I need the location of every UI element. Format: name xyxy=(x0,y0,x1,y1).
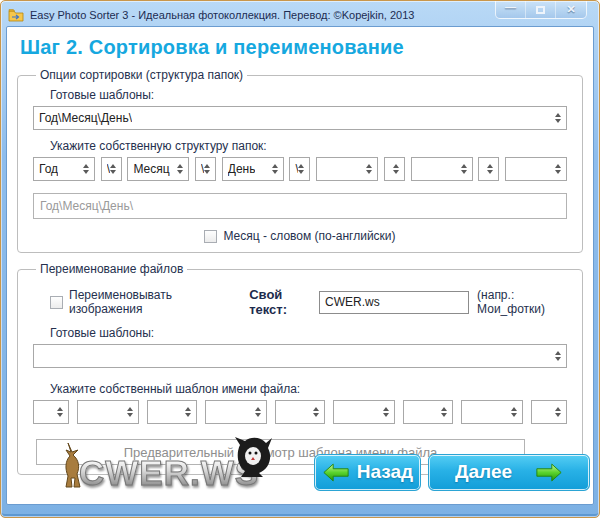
sorting-presets-select[interactable]: Год\Месяц\День\ xyxy=(33,106,567,130)
folder-structure-combo[interactable] xyxy=(478,157,499,181)
filename-pattern-combo[interactable] xyxy=(77,400,139,424)
back-button[interactable]: Назад xyxy=(314,454,421,491)
window-title: Easy Photo Sorter 3 - Идеальная фотоколл… xyxy=(30,9,489,21)
folder-structure-combo[interactable] xyxy=(411,157,473,181)
own-text-input[interactable] xyxy=(319,291,469,314)
month-word-option: Месяц - словом (по-английски) xyxy=(33,229,567,243)
month-word-label: Месяц - словом (по-английски) xyxy=(223,229,395,243)
updown-arrows-icon xyxy=(83,164,89,174)
folder-structure-combo[interactable] xyxy=(316,157,378,181)
filename-pattern-combo[interactable] xyxy=(275,400,325,424)
rename-custom-label: Укажите собственный шаблон имени файла: xyxy=(50,382,567,396)
sorting-presets-label: Готовые шаблоны: xyxy=(50,88,567,102)
next-button[interactable]: Далее xyxy=(428,454,590,491)
nav-buttons: Назад Далее xyxy=(314,454,590,491)
folder-structure-combo[interactable]: \ xyxy=(101,157,122,181)
updown-arrows-icon xyxy=(127,407,133,417)
logo-text: CWER.WS xyxy=(79,455,259,490)
own-text-hint: (напр.: Мои_фотки) xyxy=(477,288,567,316)
cat-mascot-icon xyxy=(233,435,273,477)
updown-arrows-icon xyxy=(255,407,261,417)
updown-arrows-icon xyxy=(393,164,399,174)
sorting-custom-label: Укажите собственную структуру папок: xyxy=(50,139,567,153)
updown-arrows-icon xyxy=(555,164,561,174)
folder-structure-combo[interactable] xyxy=(505,157,567,181)
back-button-label: Назад xyxy=(357,461,413,483)
updown-arrows-icon xyxy=(298,164,304,174)
next-arrow-icon xyxy=(535,462,563,483)
updown-arrows-icon xyxy=(555,113,561,123)
minimize-button[interactable]: — xyxy=(496,1,526,18)
updown-arrows-icon xyxy=(366,164,372,174)
back-arrow-icon xyxy=(322,462,350,483)
updown-arrows-icon xyxy=(204,164,210,174)
updown-arrows-icon xyxy=(441,407,447,417)
footer: CWER.WS Назад xyxy=(7,448,593,504)
filename-pattern-combo[interactable] xyxy=(531,400,567,424)
updown-arrows-icon xyxy=(461,164,467,174)
filename-pattern-combo[interactable] xyxy=(205,400,267,424)
folder-structure-combo[interactable]: \ xyxy=(195,157,216,181)
app-icon xyxy=(8,8,24,22)
filename-pattern-combo[interactable] xyxy=(333,400,395,424)
sorting-group-legend: Опции сортировки (структура папок) xyxy=(36,68,247,82)
minimize-icon: — xyxy=(505,1,516,13)
folder-structure-combo[interactable]: Месяц xyxy=(127,157,189,181)
updown-arrows-icon xyxy=(313,407,319,417)
folder-structure-combo[interactable]: Год xyxy=(33,157,95,181)
cwer-logo: CWER.WS xyxy=(61,455,259,490)
rename-group-legend: Переименование файлов xyxy=(36,262,187,276)
filename-pattern-combo[interactable] xyxy=(33,400,69,424)
updown-arrows-icon xyxy=(185,407,191,417)
window-controls: — ✕ xyxy=(495,1,587,19)
month-word-checkbox[interactable] xyxy=(204,230,217,243)
folder-structure-combo[interactable]: \ xyxy=(289,157,310,181)
updown-arrows-icon xyxy=(555,407,561,417)
combo-value: Месяц xyxy=(133,162,169,176)
rename-presets-label: Готовые шаблоны: xyxy=(50,326,567,340)
page-title: Шаг 2. Сортировка и переименование xyxy=(20,35,581,59)
maximize-icon xyxy=(536,6,545,14)
updown-arrows-icon xyxy=(57,407,63,417)
rename-files-group: Переименование файлов Переименовывать из… xyxy=(17,262,583,475)
rename-enable-checkbox[interactable] xyxy=(50,296,63,309)
folder-structure-combo[interactable]: День xyxy=(222,157,284,181)
updown-arrows-icon xyxy=(177,164,183,174)
updown-arrows-icon xyxy=(487,164,493,174)
titlebar: Easy Photo Sorter 3 - Идеальная фотоколл… xyxy=(1,1,599,26)
combo-value: День xyxy=(228,162,256,176)
updown-arrows-icon xyxy=(110,164,116,174)
next-button-label: Далее xyxy=(455,461,512,483)
rename-settings-row: Переименовывать изображения Свой текст: … xyxy=(50,287,567,317)
folder-structure-row: Год\Месяц\День\ xyxy=(33,157,567,181)
maximize-button[interactable] xyxy=(526,1,556,18)
filename-pattern-combo[interactable] xyxy=(147,400,197,424)
folder-path-preview-field[interactable]: Год\Месяц\День\ xyxy=(33,193,567,219)
filename-pattern-combo[interactable] xyxy=(403,400,453,424)
updown-arrows-icon xyxy=(383,407,389,417)
updown-arrows-icon xyxy=(555,351,561,361)
updown-arrows-icon xyxy=(511,407,517,417)
sorting-options-group: Опции сортировки (структура папок) Готов… xyxy=(17,68,583,253)
close-icon: ✕ xyxy=(566,3,575,16)
app-window: Easy Photo Sorter 3 - Идеальная фотоколл… xyxy=(0,0,600,518)
combo-value: Год xyxy=(39,162,58,176)
updown-arrows-icon xyxy=(272,164,278,174)
rename-enable-label: Переименовывать изображения xyxy=(69,288,218,316)
filename-pattern-combo[interactable] xyxy=(461,400,523,424)
filename-pattern-row xyxy=(33,400,567,424)
sorting-presets-value: Год\Месяц\День\ xyxy=(39,111,132,125)
own-text-label: Свой текст: xyxy=(249,287,311,317)
folder-structure-combo[interactable] xyxy=(384,157,405,181)
close-button[interactable]: ✕ xyxy=(556,1,586,18)
content-panel: Шаг 2. Сортировка и переименование Опции… xyxy=(6,26,594,505)
rename-presets-select[interactable] xyxy=(33,344,567,368)
